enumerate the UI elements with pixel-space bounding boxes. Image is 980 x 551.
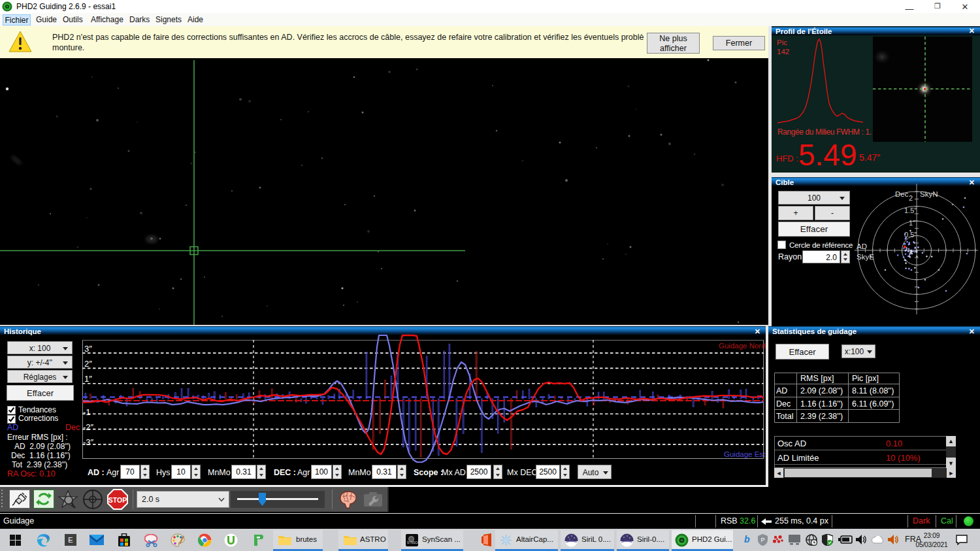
svg-text:P: P — [760, 537, 764, 543]
svg-text:STOP: STOP — [108, 496, 127, 504]
